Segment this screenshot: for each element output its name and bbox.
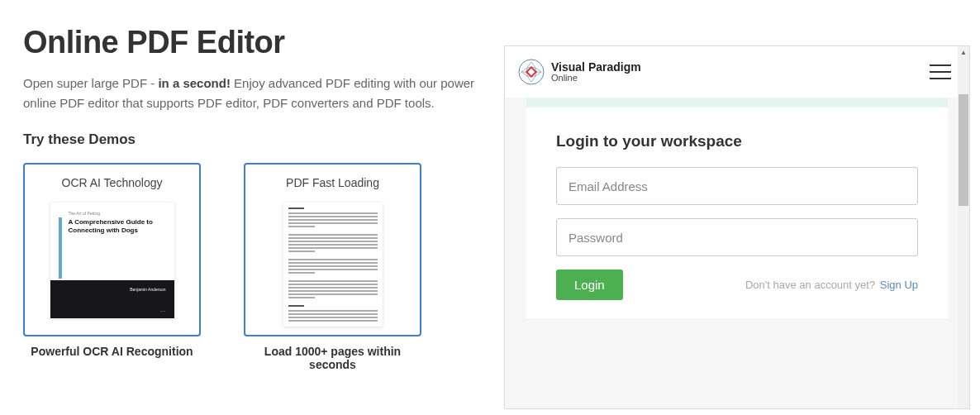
book-main-title: A Comprehensive Guide to Connecting with… <box>69 218 164 234</box>
scrollbar-thumb[interactable] <box>959 94 968 206</box>
demos-row: OCR AI Technology The Art of Petting A C… <box>23 163 479 371</box>
subtitle-prefix: Open super large PDF - <box>23 76 158 90</box>
book-small-title: The Art of Petting <box>69 211 164 216</box>
demo-fast-caption: Load 1000+ pages within seconds <box>244 345 421 371</box>
try-demos-heading: Try these Demos <box>23 131 479 148</box>
brand-logo-icon <box>518 59 545 85</box>
hamburger-menu-icon[interactable] <box>930 64 951 79</box>
login-title: Login to your workspace <box>556 132 918 150</box>
book-author: Benjamin Anderson <box>59 287 166 292</box>
login-button[interactable]: Login <box>556 270 623 300</box>
demo-ocr-header: OCR AI Technology <box>62 176 163 189</box>
demo-fast-box[interactable]: PDF Fast Loading <box>244 163 421 336</box>
demo-ocr-box[interactable]: OCR AI Technology The Art of Petting A C… <box>23 163 201 336</box>
demo-card-fast: PDF Fast Loading L <box>244 163 421 371</box>
page-title: Online PDF Editor <box>23 25 479 60</box>
scrollbar-up-icon[interactable]: ▲ <box>958 46 969 58</box>
signup-prompt: Don't have an account yet? <box>745 279 875 291</box>
doc-preview <box>283 203 383 327</box>
password-field[interactable] <box>556 218 918 256</box>
doc-title-line <box>288 208 304 209</box>
scrollbar-track[interactable]: ▲ <box>958 46 969 408</box>
brand-sub-text: Online <box>551 74 641 83</box>
email-field[interactable] <box>556 167 918 205</box>
demo-fast-header: PDF Fast Loading <box>286 176 379 189</box>
book-accent-bar <box>59 217 62 279</box>
embed-header: Visual Paradigm Online <box>505 46 969 98</box>
signup-text: Don't have an account yet? Sign Up <box>745 279 918 291</box>
book-footer: ····· <box>59 308 166 313</box>
embed-body: Login to your workspace Login Don't have… <box>505 98 969 408</box>
banner-strip <box>526 98 948 107</box>
login-embed-frame: Visual Paradigm Online Login to your wor… <box>504 45 970 409</box>
brand[interactable]: Visual Paradigm Online <box>518 59 641 85</box>
demo-card-ocr: OCR AI Technology The Art of Petting A C… <box>23 163 201 371</box>
demo-ocr-caption: Powerful OCR AI Recognition <box>31 345 193 358</box>
subtitle-bold: in a second! <box>158 76 231 90</box>
page-subtitle: Open super large PDF - in a second! Enjo… <box>23 74 479 113</box>
brand-main-text: Visual Paradigm <box>551 61 641 73</box>
signup-link[interactable]: Sign Up <box>880 279 918 291</box>
login-panel: Login to your workspace Login Don't have… <box>526 107 948 318</box>
book-preview: The Art of Petting A Comprehensive Guide… <box>50 203 174 318</box>
